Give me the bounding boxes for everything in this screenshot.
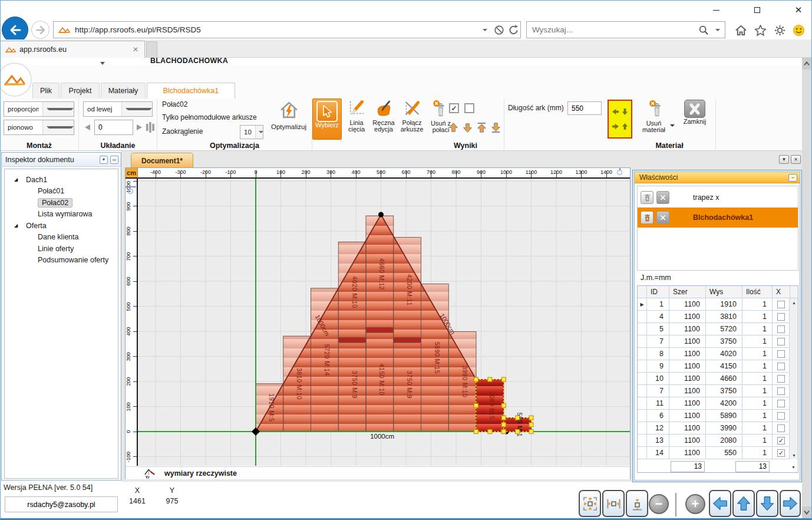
- pan-right-button[interactable]: [780, 490, 801, 517]
- selection-handle[interactable]: [474, 403, 478, 407]
- zoom-fit-all-button[interactable]: [579, 490, 601, 517]
- new-tab-button[interactable]: [146, 41, 157, 58]
- distribute-button[interactable]: [146, 122, 154, 135]
- row-checkbox[interactable]: [777, 412, 785, 420]
- expand-arrows-button[interactable]: [608, 100, 632, 139]
- table-row[interactable]: 10110046601: [638, 373, 798, 385]
- inspector-minimize-button[interactable]: ▭: [110, 156, 118, 164]
- tree-item[interactable]: ◢Oferta: [5, 220, 118, 232]
- tree-expand-icon[interactable]: ◢: [14, 223, 18, 228]
- column-header[interactable]: X: [773, 286, 790, 298]
- tree-item-label[interactable]: Połać01: [38, 187, 64, 195]
- app-logo[interactable]: [0, 62, 32, 97]
- cut-line-button[interactable]: Linia cięcia: [344, 98, 369, 140]
- table-row[interactable]: 7110037501: [638, 385, 798, 397]
- close-material-button[interactable]: Zamknij: [679, 98, 711, 140]
- remove-material-button[interactable]: ✕: [656, 211, 669, 224]
- column-header[interactable]: Ilość: [742, 286, 773, 298]
- selection-handle[interactable]: [474, 430, 478, 434]
- selection-handle[interactable]: [501, 403, 506, 407]
- tree-item[interactable]: ◢Dach1: [5, 174, 118, 186]
- tree-item[interactable]: Połać02: [5, 197, 118, 209]
- document-close-button[interactable]: ✕: [791, 155, 801, 164]
- selection-handle[interactable]: [529, 423, 533, 427]
- properties-minimize-button[interactable]: −: [788, 174, 797, 182]
- dropdown-button[interactable]: [121, 102, 153, 116]
- move-to-top-button[interactable]: [476, 122, 487, 136]
- delete-material-button[interactable]: [641, 191, 653, 204]
- row-checkbox[interactable]: [777, 313, 785, 321]
- tree-expand-icon[interactable]: ◢: [14, 177, 18, 182]
- offset-input[interactable]: [94, 120, 133, 135]
- join-sheets-button[interactable]: Połącz arkusze: [398, 98, 426, 140]
- row-checkbox[interactable]: [777, 350, 785, 358]
- tree-item-label[interactable]: Linie oferty: [38, 245, 74, 253]
- table-row[interactable]: 6110058901: [638, 410, 798, 422]
- tree-item[interactable]: Podsumowanie oferty: [5, 255, 118, 266]
- tree-item[interactable]: Linie oferty: [5, 243, 118, 255]
- dropdown-button[interactable]: [42, 120, 74, 134]
- zoom-out-button[interactable]: −: [649, 494, 669, 514]
- table-row[interactable]: ▶1110019101: [638, 298, 798, 311]
- row-checkbox[interactable]: [777, 301, 785, 308]
- row-checkbox[interactable]: [777, 363, 785, 370]
- tree-item-label[interactable]: Dane klienta: [38, 233, 79, 241]
- favorites-button[interactable]: [753, 23, 767, 37]
- tree-item[interactable]: Połać01: [5, 186, 118, 198]
- refresh-button[interactable]: [506, 22, 520, 38]
- remove-material-button[interactable]: ✕: [656, 191, 669, 204]
- tree-item[interactable]: Dane klienta: [5, 232, 118, 243]
- row-checkbox[interactable]: [777, 424, 785, 432]
- dropdown-button[interactable]: [42, 102, 74, 116]
- selection-handle[interactable]: [488, 430, 492, 434]
- search-button[interactable]: [697, 22, 711, 38]
- full-modules-label[interactable]: Tylko pełnomodułowe arkusze: [162, 113, 257, 121]
- tab-close-icon[interactable]: ✕: [133, 45, 138, 54]
- selection-handle[interactable]: [516, 416, 520, 420]
- tree-item-label[interactable]: Podsumowanie oferty: [38, 256, 108, 264]
- zoom-fit-width-button[interactable]: [602, 490, 625, 517]
- tree-item-label[interactable]: Połać02: [38, 198, 72, 208]
- ribbon-tab-plik[interactable]: Plik: [32, 83, 60, 98]
- selection-handle[interactable]: [501, 430, 506, 434]
- ruler-pan-indicator-icon[interactable]: [617, 170, 622, 175]
- zoom-fit-height-button[interactable]: [626, 490, 648, 517]
- selection-handle[interactable]: [474, 377, 478, 381]
- layout-align-dropdown[interactable]: od lewej: [83, 101, 153, 117]
- sheet-length-input[interactable]: [567, 101, 602, 115]
- tree-item-label[interactable]: Lista wymiarowa: [38, 210, 92, 218]
- delete-material-button[interactable]: [641, 211, 653, 224]
- search-box[interactable]: [526, 21, 725, 38]
- selection-handle[interactable]: [529, 430, 533, 434]
- row-checkbox[interactable]: [777, 387, 785, 395]
- count-total-input[interactable]: [671, 461, 705, 472]
- ruler-unit-box[interactable]: cm: [126, 168, 138, 179]
- manual-edit-button[interactable]: Ręczna edycja: [371, 98, 397, 140]
- move-to-bottom-button[interactable]: [490, 122, 501, 136]
- table-row[interactable]: 12110039901: [638, 422, 798, 435]
- scroll-down-button[interactable]: [802, 506, 811, 518]
- scroll-down-icon[interactable]: ▼: [790, 451, 798, 459]
- optimize-button[interactable]: Optymalizuj: [267, 98, 311, 140]
- home-button[interactable]: [734, 23, 748, 37]
- selection-handle[interactable]: [501, 423, 506, 427]
- row-checkbox[interactable]: [777, 338, 785, 345]
- ruler-pan-indicator-icon[interactable]: [128, 189, 133, 194]
- browser-forward-button[interactable]: [31, 21, 49, 39]
- column-header[interactable]: Wys: [706, 286, 742, 298]
- selection-handle[interactable]: [529, 416, 533, 420]
- maximize-button[interactable]: [748, 4, 766, 17]
- stop-button[interactable]: [492, 22, 506, 38]
- tree-item[interactable]: Lista wymiarowa: [5, 209, 118, 220]
- selection-handle[interactable]: [501, 416, 506, 420]
- address-dropdown-button[interactable]: [478, 22, 492, 38]
- tree-item-label[interactable]: Oferta: [26, 222, 47, 230]
- address-bar[interactable]: http://app.rsroofs.eu/pl/RSD5/RSD5: [53, 21, 521, 38]
- table-row[interactable]: 8110040201: [638, 348, 798, 360]
- minimize-button[interactable]: [707, 4, 725, 17]
- row-checkbox[interactable]: ✓: [777, 449, 785, 457]
- column-header[interactable]: Szer: [669, 286, 706, 298]
- selection-handle[interactable]: [501, 377, 506, 381]
- search-dropdown-button[interactable]: [711, 22, 725, 38]
- document-tab[interactable]: Document1*: [131, 153, 193, 168]
